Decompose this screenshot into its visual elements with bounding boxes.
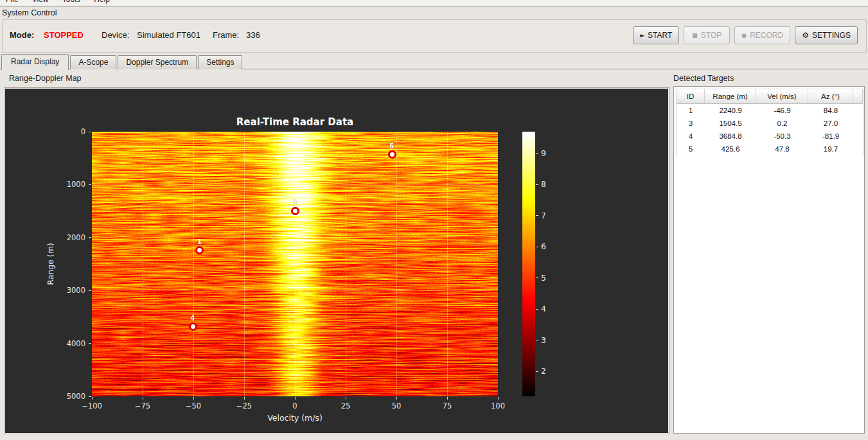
tab-a-scope[interactable]: A-Scope <box>70 55 116 69</box>
table-cell: -50.3 <box>756 130 808 143</box>
colorbar-tick <box>536 371 538 372</box>
plot-panel: Real-Time Radar Data Velocity (m/s) Rang… <box>5 89 668 433</box>
table-cell <box>853 117 863 130</box>
stop-icon: ■ <box>692 33 698 39</box>
x-tick-label: 25 <box>332 401 360 410</box>
settings-button[interactable]: ⚙ SETTINGS <box>795 26 858 44</box>
colorbar-tick-label: 4 <box>541 304 546 313</box>
column-header-1[interactable]: Range (m) <box>705 89 756 104</box>
table-cell: -81.9 <box>808 130 853 143</box>
colorbar-tick-label: 6 <box>541 242 546 251</box>
y-tick-label: 1000 <box>55 180 85 189</box>
menu-bar: File View Tools Help <box>0 0 868 6</box>
target-marker: 4 <box>189 322 197 331</box>
table-cell: 425.6 <box>705 143 756 155</box>
table-cell <box>853 130 863 143</box>
x-tick-label: −25 <box>230 401 258 410</box>
start-button[interactable]: ► START <box>633 26 679 44</box>
table-cell: 47.8 <box>756 143 808 155</box>
x-tick-label: 75 <box>433 401 461 410</box>
y-tick <box>89 343 91 344</box>
y-tick <box>89 396 91 397</box>
colorbar-tick <box>536 277 538 278</box>
x-axis-label: Velocity (m/s) <box>92 413 498 423</box>
plot-title: Real-Time Radar Data <box>92 116 498 128</box>
column-header-0[interactable]: ID <box>677 89 705 104</box>
column-header-3[interactable]: Az (°) <box>808 89 853 104</box>
table-cell: 5 <box>677 143 705 155</box>
colorbar-tick-label: 5 <box>541 273 546 283</box>
table-row[interactable]: 12240.9-46.984.8 <box>677 104 863 117</box>
target-marker-label: 3 <box>287 198 303 206</box>
record-icon: ● <box>741 33 747 39</box>
tab-settings[interactable]: Settings <box>198 55 242 69</box>
gear-icon: ⚙ <box>802 31 809 39</box>
y-tick-label: 4000 <box>55 339 85 348</box>
control-button-row: ► START ■ STOP ● RECORD ⚙ SETTINGS <box>633 26 858 44</box>
y-tick-label: 2000 <box>55 233 85 242</box>
column-header-filler <box>853 89 863 104</box>
target-marker-label: 5 <box>384 142 400 150</box>
colorbar-tick <box>536 309 538 310</box>
table-row[interactable]: 5425.647.819.7 <box>677 143 863 155</box>
play-icon: ► <box>640 33 644 39</box>
colorbar-tick-label: 9 <box>541 148 546 158</box>
table-cell: 0.2 <box>756 117 808 130</box>
tab-bar: Radar Display A-Scope Doppler Spectrum S… <box>1 55 244 69</box>
menu-item-view[interactable]: View <box>26 0 55 5</box>
table-cell: 3684.8 <box>705 130 756 143</box>
x-tick <box>295 397 296 400</box>
x-tick <box>346 397 346 400</box>
colorbar-tick <box>536 184 538 185</box>
x-tick-label: −75 <box>128 401 157 410</box>
x-tick <box>193 397 194 400</box>
colorbar-tick <box>536 215 538 216</box>
tab-doppler-spectrum[interactable]: Doppler Spectrum <box>118 55 197 69</box>
colorbar-tick <box>536 153 538 154</box>
x-tick <box>498 397 499 400</box>
frame-value: 336 <box>246 30 260 40</box>
target-marker-label: 1 <box>191 238 208 245</box>
table-cell: 2240.9 <box>705 104 756 117</box>
colorbar-tick-label: 8 <box>541 179 546 189</box>
targets-table-header: IDRange (m)Vel (m/s)Az (°) <box>677 89 863 104</box>
x-tick-label: −50 <box>179 401 208 410</box>
x-tick-label: 100 <box>484 401 512 410</box>
range-doppler-map-group-label: Range-Doppler Map <box>9 74 82 83</box>
colorbar <box>522 132 535 396</box>
menu-item-help[interactable]: Help <box>88 0 116 5</box>
colorbar-tick <box>536 340 538 340</box>
table-cell: 19.7 <box>808 143 853 155</box>
settings-button-label: SETTINGS <box>812 31 851 40</box>
stop-button-label: STOP <box>701 31 722 40</box>
x-tick <box>447 397 448 400</box>
table-cell: 1504.5 <box>705 117 756 130</box>
y-tick <box>89 290 91 291</box>
menu-item-tools[interactable]: Tools <box>57 0 86 5</box>
record-button[interactable]: ● RECORD <box>734 26 790 44</box>
table-row[interactable]: 43684.8-50.3-81.9 <box>677 130 863 143</box>
targets-table: IDRange (m)Vel (m/s)Az (°) 12240.9-46.98… <box>676 89 864 155</box>
x-tick <box>244 397 245 400</box>
plot-panel-frame: Real-Time Radar Data Velocity (m/s) Rang… <box>4 87 669 434</box>
record-button-label: RECORD <box>750 31 783 40</box>
y-tick-label: 3000 <box>55 286 85 295</box>
x-tick-label: −100 <box>78 401 106 410</box>
colorbar-tick-label: 3 <box>541 335 546 345</box>
table-cell: 1 <box>677 104 705 117</box>
y-tick <box>89 184 91 185</box>
table-row[interactable]: 31504.50.227.0 <box>677 117 863 130</box>
x-tick <box>92 397 93 400</box>
table-cell <box>853 104 863 117</box>
table-cell: 84.8 <box>808 104 853 117</box>
colorbar-tick-label: 7 <box>541 211 546 220</box>
mode-value: STOPPED <box>44 30 84 40</box>
device-value: Simulated FT601 <box>137 30 200 40</box>
tab-radar-display[interactable]: Radar Display <box>1 54 69 70</box>
target-marker: 5 <box>388 150 396 159</box>
stop-button[interactable]: ■ STOP <box>684 26 730 44</box>
detected-targets-panel: IDRange (m)Vel (m/s)Az (°) 12240.9-46.98… <box>673 86 865 434</box>
column-header-2[interactable]: Vel (m/s) <box>756 89 808 104</box>
menu-item-file[interactable]: File <box>0 0 24 5</box>
system-control-group-label: System Control <box>2 8 57 17</box>
